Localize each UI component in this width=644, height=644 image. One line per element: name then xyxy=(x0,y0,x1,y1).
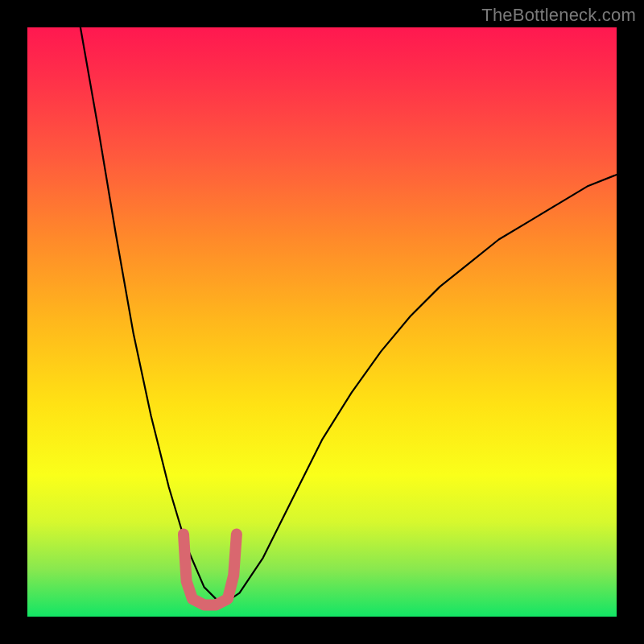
watermark-text: TheBottleneck.com xyxy=(481,5,636,26)
chart-svg xyxy=(27,27,617,617)
chart-frame: TheBottleneck.com xyxy=(0,0,644,644)
chart-plot-area xyxy=(27,27,617,617)
bottleneck-curve xyxy=(80,27,617,605)
